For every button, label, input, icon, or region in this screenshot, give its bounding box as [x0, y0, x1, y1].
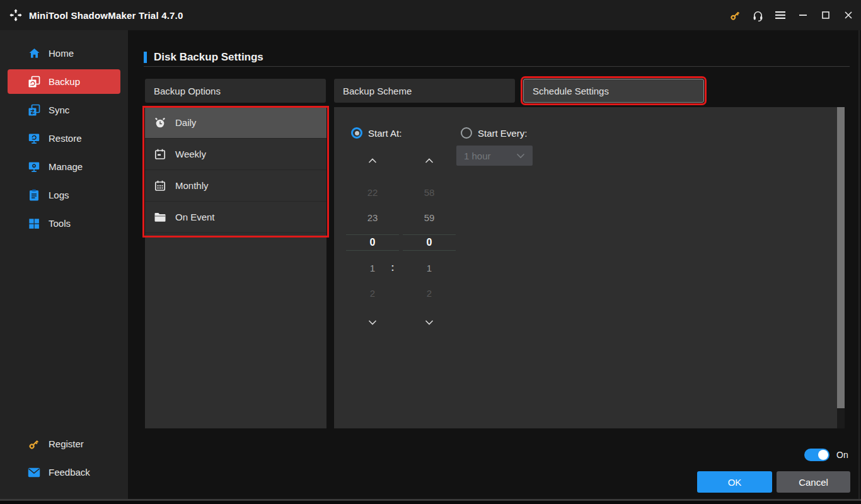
minute-option[interactable]: 58 [403, 180, 456, 205]
interval-dropdown-value: 1 hour [464, 151, 491, 161]
title-accent-bar [144, 52, 147, 63]
start-every-label: Start Every: [478, 128, 527, 139]
minute-option[interactable]: 1 [403, 255, 456, 280]
schedule-type-label: On Event [175, 212, 215, 222]
schedule-type-on-event[interactable]: On Event [145, 202, 326, 233]
close-icon[interactable] [837, 5, 860, 25]
tab-label: Backup Scheme [343, 86, 412, 96]
window-bottom-shadow [0, 501, 861, 504]
license-key-icon[interactable] [724, 5, 746, 25]
sidebar-item-label: Register [49, 438, 84, 449]
chevron-down-icon [516, 153, 525, 159]
window-right-edge [858, 30, 860, 499]
alarm-clock-icon [154, 117, 166, 129]
scrollbar-thumb[interactable] [837, 107, 845, 408]
minute-option-selected[interactable]: 0 [403, 230, 456, 255]
start-every-radio[interactable]: Start Every: [461, 127, 527, 139]
app-window: MiniTool ShadowMaker Trial 4.7.0 [0, 0, 861, 504]
minute-values: 58 59 0 1 2 [403, 180, 456, 306]
maximize-icon[interactable] [814, 5, 837, 25]
interval-dropdown[interactable]: 1 hour [456, 146, 533, 166]
sidebar-item-tools[interactable]: Tools [0, 209, 128, 238]
schedule-type-daily[interactable]: Daily [145, 107, 326, 139]
manage-icon [28, 161, 40, 173]
titlebar: MiniTool ShadowMaker Trial 4.7.0 [0, 0, 861, 30]
home-icon [28, 47, 40, 60]
sidebar-nav: Home Backup [0, 30, 128, 238]
hour-selected-value: 0 [346, 234, 399, 251]
menu-icon[interactable] [769, 5, 792, 25]
settings-tabs: Backup Options Backup Scheme Schedule Se… [145, 79, 704, 103]
calendar-month-icon [154, 180, 166, 192]
minute-option[interactable]: 2 [403, 280, 456, 306]
hour-option-selected[interactable]: 0 [346, 230, 399, 255]
schedule-type-label: Monthly [175, 180, 209, 191]
hour-option[interactable]: 22 [346, 180, 399, 205]
sidebar-item-label: Feedback [49, 467, 90, 478]
sidebar-item-label: Home [49, 48, 74, 59]
logs-icon [28, 189, 40, 202]
cancel-button[interactable]: Cancel [777, 471, 850, 493]
time-separator: : [388, 255, 398, 280]
folder-icon [154, 211, 166, 224]
backup-icon [28, 76, 40, 88]
toggle-knob [818, 450, 828, 460]
sync-icon [28, 104, 40, 117]
schedule-type-label: Weekly [175, 149, 206, 159]
schedule-type-weekly[interactable]: Weekly [145, 139, 326, 170]
radio-selected-icon [351, 127, 362, 139]
sidebar-item-sync[interactable]: Sync [0, 96, 128, 124]
tools-icon [28, 217, 40, 230]
sidebar-item-label: Logs [49, 190, 69, 200]
mail-icon [28, 466, 40, 479]
schedule-type-label: Daily [175, 117, 196, 128]
hour-values: 22 23 0 1 2 [346, 180, 399, 306]
tab-backup-options[interactable]: Backup Options [145, 79, 326, 103]
time-picker: 22 23 0 1 2 : 58 [346, 154, 467, 331]
minute-option[interactable]: 59 [403, 205, 456, 230]
sidebar-item-label: Backup [49, 76, 80, 87]
hour-up-chevron-icon[interactable] [346, 154, 399, 167]
hour-option[interactable]: 2 [346, 280, 399, 306]
schedule-on-toggle[interactable] [804, 449, 829, 461]
tab-backup-scheme[interactable]: Backup Scheme [334, 79, 515, 103]
toggle-state-label: On [836, 450, 848, 460]
sidebar-item-feedback[interactable]: Feedback [0, 458, 128, 486]
minute-down-chevron-icon[interactable] [403, 316, 456, 329]
main-content: Disk Backup Settings Backup Options Back… [128, 30, 861, 499]
minimize-icon[interactable] [792, 5, 814, 25]
header-divider [144, 66, 850, 67]
tab-label: Backup Options [154, 86, 221, 96]
sidebar-item-manage[interactable]: Manage [0, 152, 128, 181]
sidebar-item-home[interactable]: Home [0, 39, 128, 67]
sidebar-item-label: Manage [49, 161, 83, 172]
start-at-radio[interactable]: Start At: [351, 127, 402, 139]
sidebar-item-label: Sync [49, 105, 69, 115]
minute-selected-value: 0 [403, 234, 456, 251]
sidebar-item-logs[interactable]: Logs [0, 181, 128, 209]
sidebar-item-register[interactable]: Register [0, 430, 128, 458]
hour-option[interactable]: 23 [346, 205, 399, 230]
schedule-type-monthly[interactable]: Monthly [145, 170, 326, 202]
ok-button[interactable]: OK [697, 471, 772, 493]
sidebar-item-backup[interactable]: Backup [8, 69, 120, 94]
minute-up-chevron-icon[interactable] [403, 154, 456, 167]
titlebar-actions [724, 5, 860, 25]
start-at-label: Start At: [368, 128, 402, 139]
sidebar-item-label: Restore [49, 133, 82, 144]
calendar-week-icon [154, 148, 166, 161]
window-title: MiniTool ShadowMaker Trial 4.7.0 [29, 10, 183, 21]
daily-schedule-panel: Start At: Start Every: 1 hour 22 [334, 107, 837, 428]
page-header: Disk Backup Settings [144, 51, 263, 64]
sidebar: Home Backup [0, 30, 128, 499]
key-icon [28, 438, 40, 450]
sidebar-item-label: Tools [49, 218, 71, 229]
vertical-scrollbar[interactable] [837, 107, 845, 428]
radio-unselected-icon [461, 127, 472, 139]
hour-down-chevron-icon[interactable] [346, 316, 399, 329]
schedule-type-list: Daily Weekly [145, 107, 326, 428]
tab-schedule-settings[interactable]: Schedule Settings [523, 79, 704, 103]
tab-label: Schedule Settings [533, 86, 609, 96]
sidebar-item-restore[interactable]: Restore [0, 124, 128, 152]
support-headset-icon[interactable] [746, 5, 769, 25]
